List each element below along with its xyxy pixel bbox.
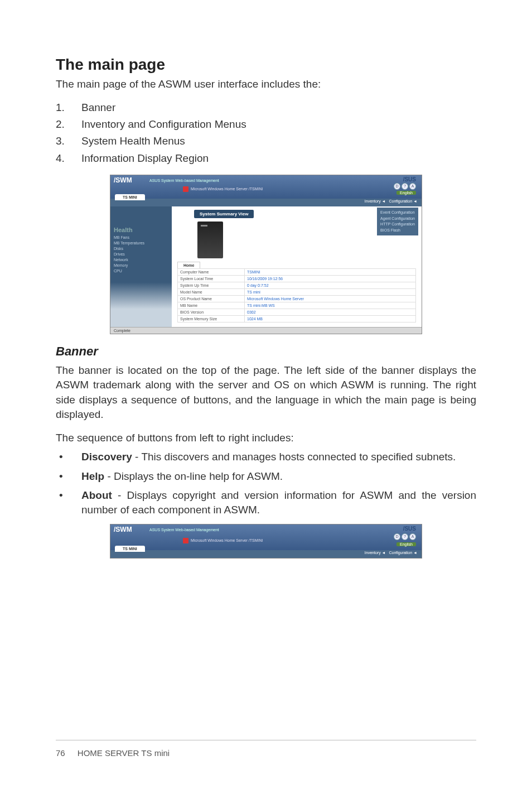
list-item: 3.System Health Menus <box>56 133 476 150</box>
sidebar-item-disks[interactable]: Disks <box>114 247 168 251</box>
info-key: System Local Time <box>178 276 245 282</box>
os-text: Microsoft Windows Home Server /TSMINI <box>191 538 263 542</box>
configuration-menu[interactable]: Configuration ◄ <box>388 199 418 203</box>
info-value: TS mini <box>245 289 416 296</box>
page-footer: 76 HOME SERVER TS mini <box>56 740 476 758</box>
inventory-menu[interactable]: Inventory ◄ <box>364 199 387 203</box>
language-selector[interactable]: English <box>396 191 416 195</box>
config-item-http[interactable]: HTTP Configuration <box>380 222 415 228</box>
health-header: Health <box>114 227 168 233</box>
banner-buttons: D ? A <box>394 183 416 190</box>
help-button[interactable]: ? <box>402 183 408 190</box>
about-button[interactable]: A <box>409 533 416 540</box>
info-key: BIOS Version <box>178 309 245 316</box>
page-number: 76 <box>56 748 65 758</box>
bullet-item: •Help - Displays the on-line help for AS… <box>56 469 476 484</box>
config-dropdown: Event Configuration Agent Configuration … <box>377 208 418 235</box>
info-value: TSMINI <box>245 269 416 276</box>
banner-region: /SWM ASUS System Web-based Management Mi… <box>110 175 422 199</box>
bullet-marker: • <box>56 450 81 464</box>
bullet-item: •About - Displays copyright and version … <box>56 488 476 517</box>
info-key: System Memory Size <box>178 316 245 323</box>
info-value: TS mini-MB WS <box>245 302 416 309</box>
windows-icon <box>183 538 188 543</box>
system-info-table: Computer NameTSMINI System Local Time10/… <box>177 268 416 323</box>
language-selector[interactable]: English <box>396 542 416 546</box>
host-tab[interactable]: TS MINI <box>115 194 145 200</box>
asus-logo: /SUS <box>403 176 416 182</box>
bullet-rest: - Displays copyright and version informa… <box>81 489 476 516</box>
bullet-rest: - Displays the on-line help for ASWM. <box>104 470 283 482</box>
info-key: Model Name <box>178 289 245 296</box>
table-row: BIOS Version0302 <box>178 309 416 316</box>
config-item-agent[interactable]: Agent Configuration <box>380 216 415 222</box>
bullet-marker: • <box>56 488 81 517</box>
info-value: 0302 <box>245 309 416 316</box>
aswm-subtitle: ASUS System Web-based Management <box>149 528 219 532</box>
list-text: Information Display Region <box>81 150 209 167</box>
numbered-list: 1.Banner 2.Inventory and Configuration M… <box>56 99 476 167</box>
list-text: Banner <box>81 99 115 116</box>
table-row: System Local Time10/16/2009 19:12:56 <box>178 276 416 282</box>
table-row: System Memory Size1024 MB <box>178 316 416 323</box>
list-num: 1. <box>56 99 81 116</box>
aswm-logo: /SWM <box>114 176 132 184</box>
windows-icon <box>183 186 188 192</box>
bullet-bold: Help <box>81 470 104 482</box>
banner-paragraph: The banner is located on the top of the … <box>56 363 476 422</box>
sidebar-item-network[interactable]: Network <box>114 258 168 262</box>
list-item: 1.Banner <box>56 99 476 116</box>
bullet-rest: - This discovers and manages hosts conne… <box>132 451 456 463</box>
list-item: 4.Information Display Region <box>56 150 476 167</box>
list-num: 3. <box>56 133 81 150</box>
info-key: OS Product Name <box>178 296 245 302</box>
sidebar-item-fans[interactable]: MB Fans <box>114 235 168 239</box>
info-value: 1024 MB <box>245 316 416 323</box>
os-line: Microsoft Windows Home Server /TSMINI <box>183 538 263 543</box>
system-summary-button[interactable]: System Summary View <box>194 210 254 218</box>
table-row: Computer NameTSMINI <box>178 269 416 276</box>
bullet-bold: About <box>81 489 112 501</box>
help-button[interactable]: ? <box>402 533 408 540</box>
info-key: MB Name <box>178 302 245 309</box>
list-item: 2.Inventory and Configuration Menus <box>56 116 476 133</box>
sidebar-item-cpu[interactable]: CPU <box>114 269 168 273</box>
footer-title: HOME SERVER TS mini <box>78 748 170 758</box>
info-key: Computer Name <box>178 269 245 276</box>
banner-screenshot: /SWM ASUS System Web-based Management Mi… <box>110 524 422 559</box>
list-text: Inventory and Configuration Menus <box>81 116 246 133</box>
tab-bar: TS MINI Inventory ◄ Configuration ◄ <box>110 199 422 206</box>
host-tab[interactable]: TS MINI <box>115 546 145 552</box>
health-sidebar: Health MB Fans MB Temperatures Disks Dri… <box>110 206 172 327</box>
bullet-marker: • <box>56 469 81 484</box>
server-image <box>197 222 223 258</box>
discovery-button[interactable]: D <box>394 533 400 540</box>
about-button[interactable]: A <box>409 183 416 190</box>
list-num: 2. <box>56 116 81 133</box>
aswm-subtitle: ASUS System Web-based Management <box>149 179 219 182</box>
config-item-bios[interactable]: BIOS Flash <box>380 228 415 234</box>
config-item-event[interactable]: Event Configuration <box>380 210 415 216</box>
discovery-button[interactable]: D <box>394 183 400 190</box>
intro-text: The main page of the ASWM user interface… <box>56 77 476 92</box>
bullet-bold: Discovery <box>81 451 132 463</box>
configuration-menu[interactable]: Configuration ◄ <box>388 551 418 555</box>
inventory-menu[interactable]: Inventory ◄ <box>364 551 387 555</box>
tab-bar: TS MINI Inventory ◄ Configuration ◄ <box>110 550 422 558</box>
sidebar-item-temperatures[interactable]: MB Temperatures <box>114 241 168 245</box>
asus-logo: /SUS <box>403 526 416 532</box>
list-text: System Health Menus <box>81 133 185 150</box>
table-row: System Up Time0 day 0:7:52 <box>178 282 416 289</box>
list-num: 4. <box>56 150 81 167</box>
aswm-logo: /SWM <box>114 526 132 533</box>
info-value: 10/16/2009 19:12:56 <box>245 276 416 282</box>
table-row: OS Product NameMicrosoft Windows Home Se… <box>178 296 416 302</box>
banner-region: /SWM ASUS System Web-based Management Mi… <box>110 524 422 550</box>
home-tab[interactable]: Home <box>177 262 200 268</box>
info-display-region: System Summary View Event Configuration … <box>172 206 422 327</box>
table-row: MB NameTS mini-MB WS <box>178 302 416 309</box>
sidebar-item-memory[interactable]: Memory <box>114 263 168 267</box>
table-row: Model NameTS mini <box>178 289 416 296</box>
sidebar-item-drives[interactable]: Drives <box>114 252 168 256</box>
os-line: Microsoft Windows Home Server /TSMINI <box>183 186 263 192</box>
